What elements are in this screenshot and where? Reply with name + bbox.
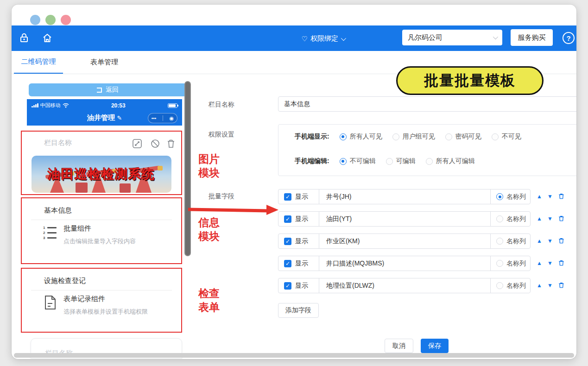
field-name-input[interactable]: 作业区(KM) [319, 234, 491, 248]
show-checkbox[interactable]: ✓显示 [278, 189, 319, 204]
row-controls: ▲▼ [537, 282, 565, 289]
row-controls: ▲▼ [537, 237, 565, 244]
clock-label: 20:53 [111, 102, 126, 109]
window-control-red[interactable] [61, 15, 71, 25]
banner-image[interactable]: 油田巡检检测系统 [32, 156, 171, 193]
field-row: ✓显示 油田(YT) 名称列 [278, 211, 531, 227]
info-module-title: 基本信息 [44, 206, 72, 215]
move-up-icon[interactable]: ▲ [537, 215, 542, 222]
permission-settings-box: 手机端显示: 所有人可见 用户组可见 密码可见 不可见 手机端编辑: 不可编辑 … [278, 124, 576, 176]
exit-icon [97, 88, 102, 93]
show-checkbox[interactable]: ✓显示 [278, 234, 319, 248]
annotation-check-form: 检查 表单 [198, 286, 220, 314]
service-purchase-button[interactable]: 服务购买 [511, 29, 553, 46]
more-dots-icon[interactable]: ••• [152, 116, 157, 121]
form-record-component-label[interactable]: 表单记录组件 [63, 295, 105, 303]
mobile-edit-row: 手机端编辑: 不可编辑 可编辑 所有人可编辑 [295, 157, 475, 165]
move-up-icon[interactable]: ▲ [537, 260, 542, 266]
window-control-green[interactable] [45, 15, 56, 25]
info-module-card[interactable]: 基本信息 1 2 3 批量组件 点击编辑批量导入字段内容 [21, 197, 182, 264]
checkbox-icon: ✓ [284, 238, 291, 245]
company-select[interactable]: 凡尔码公司 [402, 30, 502, 45]
name-column-radio[interactable]: 名称列 [491, 212, 530, 226]
window-control-blue[interactable] [30, 15, 40, 25]
delete-row-icon[interactable] [558, 237, 565, 244]
tab-form-management[interactable]: 表单管理 [89, 51, 119, 74]
phone-back-button[interactable]: 返回 [29, 83, 187, 96]
permission-binding-menu[interactable]: ♡ 权限绑定 [302, 34, 345, 43]
show-checkbox[interactable]: ✓显示 [278, 256, 319, 271]
edit-pencil-icon[interactable]: ✎ [117, 114, 122, 121]
resize-icon[interactable] [132, 139, 142, 149]
name-column-radio[interactable]: 名称列 [491, 234, 530, 248]
name-column-radio[interactable]: 名称列 [491, 189, 530, 204]
phone-status-bar: 中国移动 20:53 [27, 99, 182, 112]
annotation-arrow [188, 208, 268, 212]
phone-title-bar: 油井管理 ✎ ••• ◉ [27, 112, 182, 126]
field-row: ✓显示 井口描述(MQJBMS) 名称列 [278, 256, 531, 271]
form-module-title: 设施检查登记 [44, 277, 86, 285]
form-module-card[interactable]: 设施检查登记 表单记录组件 选择表单模板并设置手机端权限 [21, 268, 182, 333]
radio-visible-all[interactable]: 所有人可见 [340, 133, 382, 141]
batch-component-hint: 点击编辑批量导入字段内容 [63, 237, 136, 246]
move-down-icon[interactable]: ▼ [547, 193, 553, 200]
show-checkbox[interactable]: ✓显示 [278, 212, 319, 226]
name-column-radio[interactable]: 名称列 [491, 278, 530, 293]
radio-not-editable[interactable]: 不可编辑 [340, 157, 376, 165]
field-name-input[interactable]: 油田(YT) [319, 212, 491, 226]
move-down-icon[interactable]: ▼ [547, 238, 553, 244]
batch-component-label[interactable]: 批量组件 [63, 224, 91, 233]
radio-visible-password[interactable]: 密码可见 [445, 133, 481, 141]
move-down-icon[interactable]: ▼ [547, 215, 553, 222]
trash-icon[interactable] [166, 139, 176, 149]
delete-row-icon[interactable] [558, 193, 565, 200]
tab-qrcode-management[interactable]: 二维码管理 [14, 51, 63, 74]
add-field-button[interactable]: 添加字段 [278, 303, 319, 318]
checkbox-icon: ✓ [284, 193, 291, 201]
home-icon[interactable] [42, 32, 53, 44]
column-name-input[interactable]: 基本信息 [278, 96, 576, 112]
field-name-input[interactable]: 井口描述(MQJBMS) [319, 256, 491, 271]
delete-row-icon[interactable] [558, 215, 565, 222]
save-button[interactable]: 保存 [421, 339, 449, 353]
lock-icon[interactable] [19, 32, 30, 44]
horizontal-scrollbar[interactable] [14, 353, 574, 358]
capsule-close-icon[interactable]: ◉ [170, 115, 174, 121]
field-row: ✓显示 作业区(KM) 名称列 [278, 233, 531, 249]
document-icon [44, 295, 57, 312]
radio-icon [496, 238, 503, 245]
delete-row-icon[interactable] [558, 259, 565, 266]
move-up-icon[interactable]: ▲ [537, 238, 542, 244]
radio-editable-all[interactable]: 所有人可编辑 [426, 157, 475, 165]
row-controls: ▲▼ [537, 215, 565, 222]
annotation-image-module: 图片 模块 [198, 152, 220, 180]
signal-icon [32, 103, 38, 107]
radio-editable[interactable]: 可编辑 [386, 157, 416, 165]
phone-panel-scrollbar[interactable] [184, 81, 191, 256]
checkbox-icon: ✓ [284, 282, 291, 290]
batch-template-badge: 批量批量模板 [396, 66, 544, 95]
image-module-card[interactable]: 栏目名称 [21, 131, 182, 195]
miniprogram-capsule[interactable]: ••• ◉ [148, 113, 177, 123]
delete-row-icon[interactable] [558, 282, 565, 289]
move-down-icon[interactable]: ▼ [547, 260, 553, 266]
field-name-input[interactable]: 井号(JH) [319, 189, 491, 204]
app-window: ♡ 权限绑定 凡尔码公司 服务购买 ? 二维码管理 表单管理 返回 中国移 [12, 5, 576, 359]
annotation-info-module: 信息 模块 [198, 215, 220, 243]
field-name-input[interactable]: 地理位置(DLWZ) [319, 278, 491, 293]
cancel-button[interactable]: 取消 [385, 339, 413, 353]
disable-icon[interactable] [150, 139, 160, 149]
move-up-icon[interactable]: ▲ [537, 282, 542, 289]
radio-visible-group[interactable]: 用户组可见 [392, 133, 435, 141]
move-up-icon[interactable]: ▲ [537, 193, 542, 200]
radio-invisible[interactable]: 不可见 [492, 133, 521, 141]
company-select-value: 凡尔码公司 [408, 33, 443, 42]
numbered-list-icon: 1 2 3 [43, 225, 59, 241]
show-checkbox[interactable]: ✓显示 [278, 278, 319, 293]
name-column-radio[interactable]: 名称列 [491, 256, 530, 271]
help-icon[interactable]: ? [563, 32, 575, 44]
phone-page-title: 油井管理 [87, 114, 115, 121]
batch-fields-label: 批量字段 [209, 192, 234, 201]
permission-binding-label: 权限绑定 [310, 34, 338, 43]
move-down-icon[interactable]: ▼ [547, 282, 553, 289]
